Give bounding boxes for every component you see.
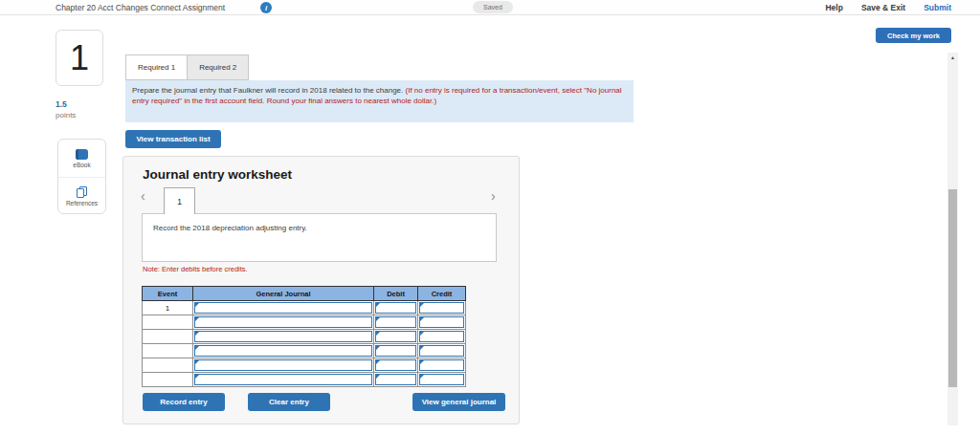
debits-before-credits-note: Note: Enter debits before credits. — [143, 265, 248, 273]
debit-input[interactable] — [375, 374, 416, 385]
entry-description-box: Record the 2018 depreciation adjusting e… — [142, 213, 497, 262]
column-header-general-journal: General Journal — [193, 287, 374, 301]
table-row — [143, 344, 466, 358]
references-label: References — [66, 200, 98, 206]
record-entry-button[interactable]: Record entry — [143, 393, 225, 411]
journal-table-header-row: Event General Journal Debit Credit — [143, 287, 466, 301]
vertical-scrollbar[interactable]: ▲ — [947, 53, 958, 425]
book-icon — [76, 149, 88, 160]
instruction-text: Prepare the journal entry that Faulkner … — [132, 86, 406, 95]
column-header-credit: Credit — [418, 287, 466, 301]
credit-input[interactable] — [419, 374, 464, 385]
points-block: 1.5 points — [56, 99, 76, 119]
event-cell — [143, 358, 193, 373]
submit-link[interactable]: Submit — [924, 3, 951, 12]
journal-account-input[interactable] — [194, 374, 372, 385]
references-button[interactable]: References — [58, 177, 105, 214]
credit-input[interactable] — [419, 302, 464, 314]
page-title: Chapter 20 Acct Changes Connect Assignme… — [56, 3, 225, 12]
entry-description: Record the 2018 depreciation adjusting e… — [153, 224, 307, 232]
table-row — [143, 315, 466, 330]
debit-input[interactable] — [375, 359, 416, 371]
table-row — [143, 373, 466, 387]
credit-input[interactable] — [419, 331, 464, 342]
journal-table: Event General Journal Debit Credit 1 — [142, 286, 466, 387]
tab-required-1[interactable]: Required 1 — [125, 54, 188, 80]
topbar: Chapter 20 Acct Changes Connect Assignme… — [0, 0, 980, 15]
column-header-event: Event — [143, 287, 193, 301]
topbar-actions: Help Save & Exit Submit — [825, 3, 951, 12]
scrollbar-thumb[interactable] — [948, 189, 957, 387]
column-header-debit: Debit — [374, 287, 418, 301]
journal-account-input[interactable] — [194, 331, 372, 342]
required-tabs: Required 1 Required 2 — [125, 54, 249, 80]
view-transaction-list-button[interactable]: View transaction list — [125, 130, 221, 148]
credit-input[interactable] — [419, 359, 464, 371]
points-label: points — [56, 111, 76, 119]
journal-account-input[interactable] — [194, 359, 372, 371]
chevron-right-icon[interactable]: › — [491, 189, 496, 203]
question-number-box: 1 — [56, 30, 103, 86]
tab-required-2[interactable]: Required 2 — [188, 54, 249, 80]
clear-entry-button[interactable]: Clear entry — [248, 393, 330, 411]
worksheet-page-tab[interactable]: 1 — [164, 187, 195, 214]
references-icon — [77, 186, 88, 198]
debit-input[interactable] — [375, 316, 416, 328]
points-value: 1.5 — [56, 99, 76, 109]
saved-status-badge: Saved — [473, 1, 513, 13]
debit-input[interactable] — [375, 345, 416, 357]
debit-input[interactable] — [375, 302, 416, 314]
journal-account-input[interactable] — [194, 345, 372, 357]
question-number: 1 — [70, 38, 89, 78]
check-my-work-button[interactable]: Check my work — [876, 28, 951, 43]
table-row: 1 — [143, 301, 466, 315]
journal-account-input[interactable] — [194, 316, 372, 328]
journal-account-input[interactable] — [194, 302, 372, 314]
event-cell — [143, 330, 193, 344]
table-row — [143, 330, 466, 344]
chevron-left-icon[interactable]: ‹ — [141, 189, 145, 203]
instruction-box: Prepare the journal entry that Faulkner … — [125, 80, 634, 122]
table-row — [143, 358, 466, 373]
save-exit-link[interactable]: Save & Exit — [861, 3, 905, 12]
info-icon[interactable]: i — [260, 2, 272, 13]
credit-input[interactable] — [419, 316, 464, 328]
event-cell — [143, 315, 193, 330]
debit-input[interactable] — [375, 331, 416, 342]
resource-box: eBook References — [57, 139, 106, 214]
ebook-button[interactable]: eBook — [58, 140, 105, 177]
event-cell — [143, 373, 193, 387]
scroll-up-icon[interactable]: ▲ — [947, 54, 958, 60]
worksheet-title: Journal entry worksheet — [143, 167, 292, 182]
view-general-journal-button[interactable]: View general journal — [412, 393, 505, 411]
event-cell — [143, 344, 193, 358]
journal-entry-worksheet: Journal entry worksheet ‹ 1 › Record the… — [122, 156, 520, 424]
help-link[interactable]: Help — [825, 3, 842, 12]
ebook-label: eBook — [73, 162, 90, 168]
event-cell: 1 — [143, 301, 193, 315]
credit-input[interactable] — [419, 345, 464, 357]
